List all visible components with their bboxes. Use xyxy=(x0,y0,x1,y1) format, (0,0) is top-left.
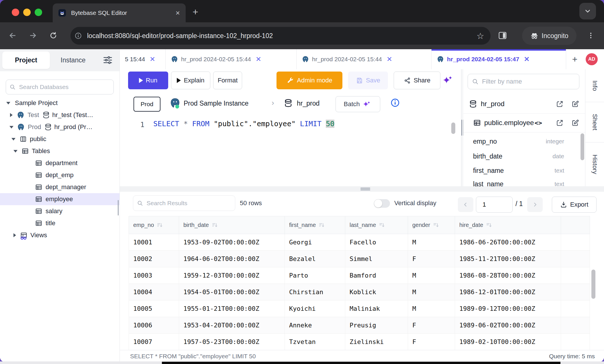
tree-item-table-dept-emp[interactable]: dept_emp xyxy=(0,169,119,181)
explain-button[interactable]: Explain xyxy=(171,72,210,89)
window-zoom-button[interactable] xyxy=(35,9,42,16)
tab-sheet[interactable]: Sheet xyxy=(585,102,604,143)
column-row-birth-date[interactable]: birth_date date xyxy=(463,149,578,163)
postgres-icon xyxy=(169,97,181,109)
admin-mode-button[interactable]: Admin mode xyxy=(276,72,342,89)
sql-tab-2[interactable]: hr_prod 2024-02-05 15:44✕ xyxy=(166,49,297,69)
tree-item-table-employee[interactable]: employee xyxy=(0,193,119,205)
caret-down-icon[interactable] xyxy=(11,138,15,141)
tree-item-tables-group[interactable]: Tables xyxy=(0,145,119,157)
column-row-emp-no[interactable]: emp_no integer xyxy=(463,134,578,148)
close-icon[interactable]: ✕ xyxy=(524,55,530,63)
header-first-name[interactable]: first_name xyxy=(285,216,345,234)
browser-tab[interactable]: Bytebase SQL Editor × xyxy=(53,3,186,22)
results-scrollbar[interactable] xyxy=(591,270,595,299)
close-icon[interactable]: ✕ xyxy=(256,55,261,63)
format-button[interactable]: Format xyxy=(213,72,242,89)
instance-name[interactable]: Prod Sample Instance xyxy=(184,100,248,107)
close-icon[interactable]: ✕ xyxy=(387,55,392,63)
tree-item-views-group[interactable]: Views xyxy=(0,229,119,241)
play-icon xyxy=(177,78,181,83)
external-link-icon[interactable] xyxy=(555,99,564,109)
reload-button[interactable] xyxy=(47,29,60,42)
schema-filter[interactable] xyxy=(468,74,579,89)
schema-table-row[interactable]: public.employee <> xyxy=(463,113,585,132)
caret-down-icon[interactable] xyxy=(9,126,13,128)
tree-item-table-department[interactable]: department xyxy=(0,157,119,169)
tree-item-table-dept-manager[interactable]: dept_manager xyxy=(0,181,119,193)
edit-icon[interactable] xyxy=(570,118,580,128)
caret-down-icon[interactable] xyxy=(6,102,10,104)
tab-search-button[interactable] xyxy=(579,3,596,19)
bookmark-star-icon[interactable]: ☆ xyxy=(476,31,484,41)
sql-code-editor[interactable]: 1 SELECT * FROM "public"."employee" LIMI… xyxy=(120,114,451,186)
sidebar-settings-icon[interactable] xyxy=(103,55,113,66)
header-birth-date[interactable]: birth_date xyxy=(179,216,285,234)
sql-tab-3[interactable]: hr_prod 2024-02-05 15:44✕ xyxy=(297,49,432,69)
info-circle-icon[interactable] xyxy=(390,98,400,108)
tree-item-table-salary[interactable]: salary xyxy=(0,205,119,217)
environment-label: Prod xyxy=(28,123,41,131)
batch-button[interactable]: Batch ✦✦ xyxy=(336,96,380,112)
save-button[interactable]: Save xyxy=(348,72,388,89)
share-button[interactable]: Share xyxy=(394,72,440,89)
code-icon[interactable]: <> xyxy=(534,119,542,126)
ai-sparkle-icon[interactable]: ✦✦ xyxy=(442,74,455,86)
side-panel-icon[interactable] xyxy=(496,29,509,42)
breadcrumb-database[interactable]: hr_prod xyxy=(297,100,319,107)
tab-instance[interactable]: Instance xyxy=(54,52,92,69)
results-search-input[interactable] xyxy=(146,199,231,207)
prev-page-button[interactable] xyxy=(458,197,473,212)
new-tab-button[interactable]: + xyxy=(193,6,198,17)
caret-right-icon[interactable] xyxy=(10,113,13,117)
browser-menu-icon[interactable] xyxy=(585,29,597,42)
results-search[interactable] xyxy=(133,195,235,211)
next-page-button[interactable] xyxy=(527,197,543,212)
window-minimize-button[interactable] xyxy=(23,9,31,16)
left-sidebar: Project Instance Sample Project Test xyxy=(0,49,120,362)
database-search[interactable] xyxy=(6,80,114,94)
tab-project[interactable]: Project xyxy=(2,52,50,69)
forward-button[interactable] xyxy=(27,29,39,42)
export-button[interactable]: Export xyxy=(552,197,597,213)
back-button[interactable] xyxy=(6,29,19,42)
database-search-input[interactable] xyxy=(19,83,110,91)
schema-icon xyxy=(19,135,27,143)
column-type: date xyxy=(552,153,564,160)
tab-info[interactable]: Info xyxy=(585,69,604,102)
close-icon[interactable]: ✕ xyxy=(150,55,155,63)
sql-tab-1[interactable]: 5 15:44✕ xyxy=(120,49,166,69)
schema-database-row[interactable]: hr_prod xyxy=(463,94,585,114)
header-hire-date[interactable]: hire_date xyxy=(455,216,561,234)
header-emp-no[interactable]: emp_no xyxy=(129,216,179,234)
sql-tab-4-active[interactable]: hr_prod 2024-02-05 15:47✕ xyxy=(432,49,566,69)
header-last-name[interactable]: last_name xyxy=(345,216,408,234)
site-info-icon[interactable] xyxy=(73,31,83,41)
window-close-button[interactable] xyxy=(12,9,19,16)
run-button[interactable]: Run xyxy=(128,72,168,89)
add-sql-tab-button[interactable]: + xyxy=(566,49,583,69)
tree-item-hr-prod[interactable]: Prod hr_prod (Pr… xyxy=(0,121,119,133)
user-avatar[interactable]: AD xyxy=(586,53,598,65)
schema-scrollbar[interactable] xyxy=(581,133,584,160)
vertical-display-toggle[interactable] xyxy=(374,199,390,208)
tree-item-project[interactable]: Sample Project xyxy=(0,97,119,109)
tree-item-hr-test[interactable]: Test hr_test (Test… xyxy=(0,109,119,121)
schema-filter-input[interactable] xyxy=(481,78,575,86)
tree-item-table-title[interactable]: title xyxy=(0,217,119,229)
editor-scrollbar[interactable] xyxy=(451,122,455,134)
external-link-icon[interactable] xyxy=(555,118,564,128)
browser-tab-close-icon[interactable]: × xyxy=(176,9,180,17)
url-bar[interactable]: localhost:8080/sql-editor/prod-sample-in… xyxy=(70,27,491,45)
tab-history[interactable]: History xyxy=(585,143,604,186)
page-number-input[interactable]: 1 xyxy=(476,197,513,213)
tree-item-schema-public[interactable]: public xyxy=(0,133,119,145)
table-icon xyxy=(35,207,42,215)
column-row-first-name[interactable]: first_name text xyxy=(463,164,578,177)
panel-divider-horizontal[interactable] xyxy=(120,186,604,192)
caret-down-icon[interactable] xyxy=(13,150,17,153)
cell: 10004 xyxy=(129,284,179,300)
caret-right-icon[interactable] xyxy=(13,233,16,237)
edit-icon[interactable] xyxy=(570,99,580,109)
header-gender[interactable]: gender xyxy=(408,216,455,234)
